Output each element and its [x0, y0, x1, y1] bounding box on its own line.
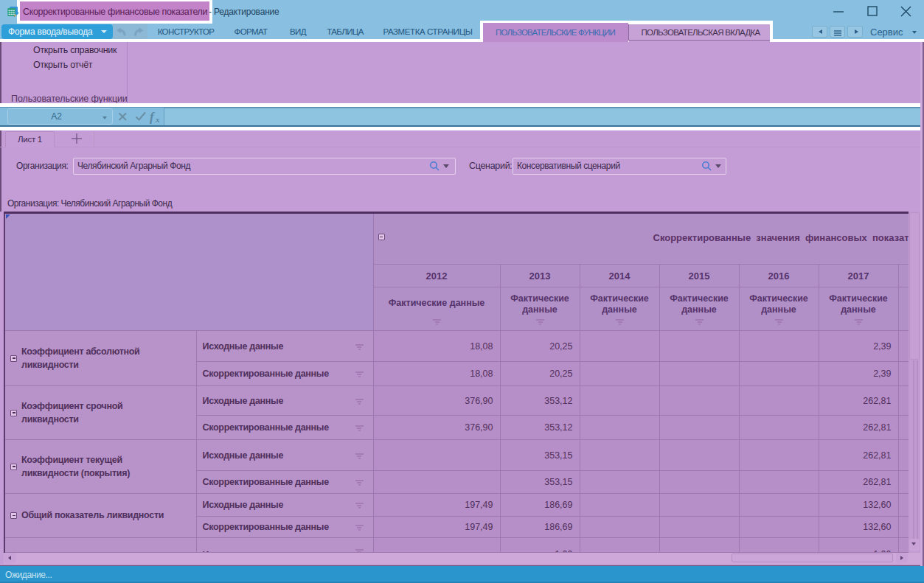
svg-text:f: f — [150, 110, 156, 124]
svg-text:x: x — [155, 115, 160, 124]
